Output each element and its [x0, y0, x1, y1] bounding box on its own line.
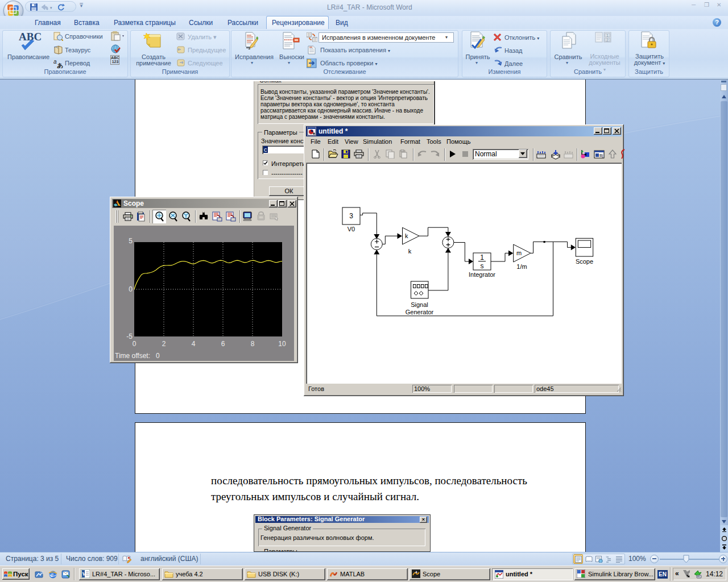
svg-text:Signal: Signal	[411, 301, 428, 308]
svg-text:1: 1	[480, 253, 484, 261]
svg-text:3: 3	[349, 212, 353, 220]
svg-text:Bj: Bj	[599, 153, 603, 158]
svg-text:6: 6	[221, 340, 225, 348]
svg-text:Integrator: Integrator	[469, 271, 495, 278]
svg-text:0: 0	[129, 285, 133, 293]
svg-text:s: s	[481, 262, 484, 270]
svg-text:2: 2	[162, 340, 166, 348]
svg-text:10: 10	[278, 340, 286, 348]
svg-text:2: 2	[606, 38, 609, 42]
svg-text:Scope: Scope	[576, 258, 593, 265]
svg-text:4: 4	[192, 340, 196, 348]
svg-text:1/m: 1/m	[516, 263, 527, 270]
svg-text:5: 5	[129, 237, 133, 245]
svg-text:k: k	[405, 232, 408, 239]
svg-text:あ: あ	[57, 62, 63, 68]
svg-text:8: 8	[251, 340, 255, 348]
svg-text:-5: -5	[126, 332, 133, 340]
svg-text:0: 0	[133, 340, 136, 348]
svg-text:m: m	[516, 250, 522, 256]
svg-text:V0: V0	[348, 226, 355, 232]
svg-text:k: k	[408, 248, 412, 255]
svg-text:1: 1	[606, 34, 609, 38]
svg-text:Generator: Generator	[406, 309, 434, 315]
